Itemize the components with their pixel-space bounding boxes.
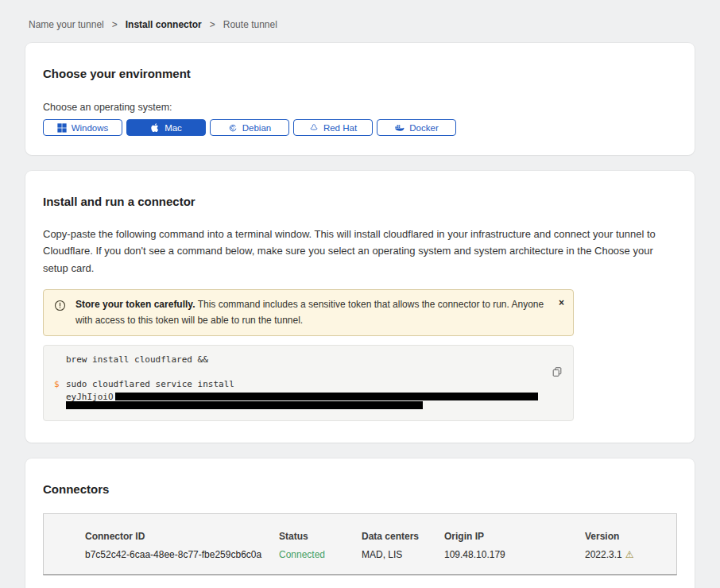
- copy-icon[interactable]: [552, 366, 563, 380]
- environment-card: Choose your environment Choose an operat…: [25, 43, 695, 155]
- os-button-label: Red Hat: [323, 123, 357, 133]
- os-button-docker[interactable]: Docker: [377, 119, 456, 136]
- warning-title: Store your token carefully.: [75, 299, 195, 310]
- version-cell: 2022.3.1 ⚠: [585, 549, 668, 560]
- code-line-sudo: $sudo cloudflared service install: [66, 380, 538, 389]
- os-button-label: Debian: [242, 123, 271, 133]
- breadcrumb: Name your tunnel > Install connector > R…: [25, 0, 695, 43]
- breadcrumb-install-connector[interactable]: Install connector: [126, 19, 202, 30]
- os-button-group: Windows Mac Debian Red Hat: [43, 119, 677, 136]
- column-header-connector-id: Connector ID: [85, 531, 279, 542]
- shell-prompt: $: [54, 380, 60, 389]
- tunnel-setup-page: Name your tunnel > Install connector > R…: [0, 0, 720, 588]
- table-header-row: Connector ID Status Data centers Origin …: [85, 531, 668, 542]
- os-button-windows[interactable]: Windows: [43, 119, 122, 136]
- debian-icon: [228, 123, 238, 133]
- os-button-redhat[interactable]: Red Hat: [293, 119, 373, 136]
- column-header-version: Version: [585, 531, 668, 542]
- apple-icon: [150, 122, 160, 133]
- status-badge: Connected: [279, 549, 362, 560]
- alert-circle-icon: [54, 300, 66, 316]
- column-header-origin-ip: Origin IP: [444, 531, 585, 542]
- version-value: 2022.3.1: [585, 549, 622, 560]
- redhat-icon: [309, 123, 319, 133]
- redacted-token-bar: [66, 401, 423, 409]
- windows-icon: [57, 123, 67, 133]
- data-centers-cell: MAD, LIS: [362, 549, 444, 560]
- table-row: b7c52c42-6caa-48ee-8c77-fbe259cb6c0a Con…: [85, 549, 668, 560]
- connectors-card: Connectors Connector ID Status Data cent…: [25, 458, 695, 588]
- install-connector-card: Install and run a connector Copy-paste t…: [25, 171, 695, 443]
- close-icon[interactable]: ×: [559, 297, 564, 308]
- os-button-debian[interactable]: Debian: [210, 119, 289, 136]
- os-button-mac[interactable]: Mac: [126, 119, 206, 136]
- breadcrumb-route-tunnel[interactable]: Route tunnel: [223, 19, 277, 30]
- token-prefix: eyJhIjoiO: [66, 393, 114, 401]
- os-button-label: Docker: [409, 123, 438, 133]
- os-button-label: Mac: [165, 123, 182, 133]
- os-button-label: Windows: [72, 123, 109, 133]
- code-line-brew: brew install cloudflared &&: [66, 355, 538, 364]
- warning-triangle-icon: ⚠: [625, 549, 634, 560]
- redacted-token-bar: [115, 393, 538, 400]
- install-card-title: Install and run a connector: [43, 195, 677, 208]
- origin-ip-cell: 109.48.10.179: [444, 549, 585, 560]
- token-warning-banner: Store your token carefully. This command…: [43, 289, 574, 335]
- breadcrumb-name-your-tunnel[interactable]: Name your tunnel: [29, 19, 104, 30]
- os-select-label: Choose an operating system:: [43, 102, 677, 113]
- install-card-description: Copy-paste the following command into a …: [43, 226, 675, 277]
- breadcrumb-separator: >: [112, 19, 118, 30]
- connectors-table: Connector ID Status Data centers Origin …: [43, 513, 677, 575]
- column-header-data-centers: Data centers: [362, 531, 444, 542]
- install-command-code-block[interactable]: brew install cloudflared && $sudo cloudf…: [43, 345, 574, 421]
- column-header-status: Status: [279, 531, 362, 542]
- environment-card-title: Choose your environment: [43, 67, 677, 80]
- docker-icon: [394, 123, 405, 133]
- connectors-card-title: Connectors: [43, 482, 677, 496]
- code-line-token: eyJhIjoiO: [66, 393, 538, 401]
- connector-id-cell: b7c52c42-6caa-48ee-8c77-fbe259cb6c0a: [85, 549, 279, 560]
- breadcrumb-separator: >: [210, 19, 215, 30]
